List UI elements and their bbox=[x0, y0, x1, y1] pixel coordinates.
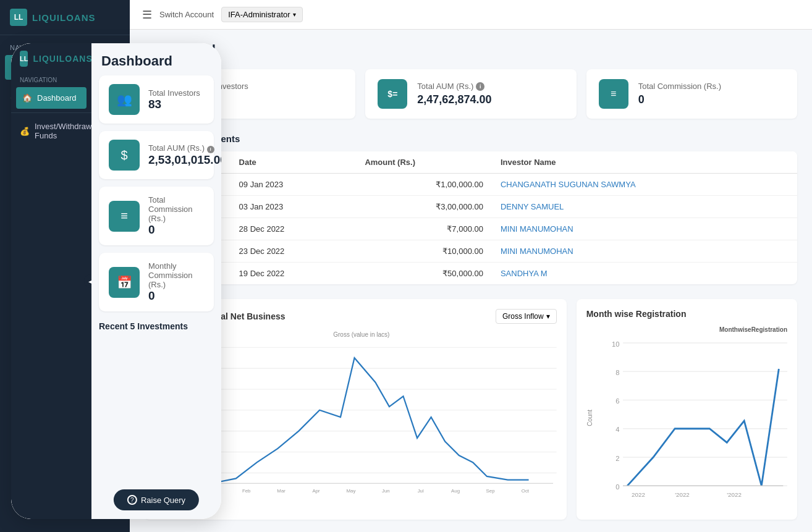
topbar: ☰ Switch Account IFA-Administrator ▾ bbox=[130, 0, 812, 30]
svg-text:May: May bbox=[346, 488, 355, 494]
mobile-recent-label: Recent 5 Investments bbox=[91, 319, 221, 336]
mobile-stat-label-0: Total Investors bbox=[148, 88, 200, 98]
gross-inflow-dropdown[interactable]: Gross Inflow ▾ bbox=[496, 309, 557, 324]
stat-card-commission: ≡ Total Commission (Rs.) 0 bbox=[586, 69, 797, 119]
aum-label: Total AUM (Rs.) i bbox=[417, 82, 491, 91]
raise-query-icon: ? bbox=[127, 495, 137, 505]
sidebar-logo: LL LIQUILOANS bbox=[0, 0, 130, 35]
table-row: 2 03 Jan 2023 ₹3,00,000.00 DENNY SAMUEL bbox=[145, 196, 797, 218]
mobile-stat-label-2: Total Commission (Rs.) bbox=[148, 195, 204, 223]
mobile-invest-icon: 💰 bbox=[20, 127, 30, 136]
svg-text:Jun: Jun bbox=[382, 488, 390, 494]
aum-info-icon[interactable]: i bbox=[476, 82, 484, 91]
cell-date: 23 Dec 2022 bbox=[230, 240, 357, 263]
cell-investor[interactable]: MINI MANUMOHAN bbox=[492, 240, 797, 263]
account-chevron-icon: ▾ bbox=[293, 11, 296, 18]
svg-text:2: 2 bbox=[615, 455, 619, 462]
cell-investor[interactable]: CHANGANATH SUGUNAN SAWMYA bbox=[492, 174, 797, 196]
mobile-stat-label-1: Total AUM (Rs.) i bbox=[148, 143, 221, 153]
gross-x-axis-label: Gross (value in lacs) bbox=[166, 331, 557, 338]
mobile-page-title: Dashboard bbox=[91, 43, 221, 75]
svg-text:'2022: '2022 bbox=[727, 491, 742, 498]
stat-card-aum: $= Total AUM (Rs.) i 2,47,62,874.00 bbox=[365, 69, 576, 119]
mobile-stat-icon-1: $ bbox=[109, 140, 140, 171]
charts-row: Gross Withdrawal Net Business Gross Infl… bbox=[145, 299, 797, 520]
mobile-stat-value-3: 0 bbox=[148, 289, 204, 303]
recent-investments-title: Recent 5 Investments bbox=[145, 133, 797, 144]
monthwise-chart-header: Month wise Registration bbox=[586, 309, 787, 319]
cell-amount: ₹50,000.00 bbox=[356, 263, 492, 285]
mobile-stat-card: 📅 Monthly Commission (Rs.) 0 bbox=[99, 253, 214, 311]
mobile-dash-label: Dashboard bbox=[37, 93, 77, 103]
mobile-stat-value-0: 83 bbox=[148, 98, 200, 111]
svg-text:4: 4 bbox=[615, 426, 619, 433]
cell-amount: ₹7,000.00 bbox=[356, 218, 492, 240]
svg-text:Jul: Jul bbox=[418, 488, 424, 494]
commission-icon: ≡ bbox=[599, 79, 628, 109]
mobile-stats-container: 👥 Total Investors 83 $ Total AUM (Rs.) i… bbox=[91, 75, 221, 311]
mobile-stat-icon-0: 👥 bbox=[109, 84, 140, 115]
logo-icon: LL bbox=[10, 9, 27, 26]
mobile-stat-value-2: 0 bbox=[148, 223, 204, 237]
svg-text:10: 10 bbox=[612, 340, 619, 348]
account-name: IFA-Administrator bbox=[228, 10, 290, 19]
mobile-stat-card: ≡ Total Commission (Rs.) 0 bbox=[99, 187, 214, 245]
mobile-logo: LL LIQUILOANS bbox=[11, 43, 91, 72]
cell-date: 03 Jan 2023 bbox=[230, 196, 357, 218]
table-row: 4 23 Dec 2022 ₹10,000.00 MINI MANUMOHAN bbox=[145, 240, 797, 263]
mobile-nav-label: Navigation bbox=[11, 72, 91, 86]
account-selector[interactable]: IFA-Administrator ▾ bbox=[221, 7, 302, 22]
table-row: 3 28 Dec 2022 ₹7,000.00 MINI MANUMOHAN bbox=[145, 218, 797, 240]
mobile-stat-card: $ Total AUM (Rs.) i 2,53,01,015.00 bbox=[99, 131, 214, 179]
mobile-stat-icon-2: ≡ bbox=[109, 201, 140, 232]
svg-text:Feb: Feb bbox=[242, 488, 251, 494]
cell-date: 28 Dec 2022 bbox=[230, 218, 357, 240]
investments-table: Sr. No. Date Amount (Rs.) Investor Name … bbox=[145, 151, 797, 284]
col-investor: Investor Name bbox=[492, 151, 797, 174]
svg-text:2022: 2022 bbox=[632, 491, 645, 498]
cell-investor[interactable]: MINI MANUMOHAN bbox=[492, 218, 797, 240]
col-date: Date bbox=[230, 151, 357, 174]
gross-inflow-label: Gross Inflow bbox=[502, 312, 544, 321]
monthwise-y-label: Count bbox=[586, 410, 593, 426]
cell-amount: ₹10,000.00 bbox=[356, 240, 492, 263]
aum-value: 2,47,62,874.00 bbox=[417, 93, 491, 106]
mobile-stat-value-1: 2,53,01,015.00 bbox=[148, 153, 221, 167]
monthwise-chart-title: Month wise Registration bbox=[586, 309, 687, 319]
raise-query-label: Raise Query bbox=[141, 496, 185, 505]
commission-value: 0 bbox=[638, 93, 721, 106]
switch-account-label: Switch Account bbox=[159, 10, 214, 19]
svg-text:8: 8 bbox=[615, 369, 619, 376]
stat-cards-row: 👥 Total Investors 79 $= Total AUM (Rs.) … bbox=[145, 69, 797, 119]
svg-text:Mar: Mar bbox=[277, 488, 285, 494]
cell-investor[interactable]: SANDHYA M bbox=[492, 263, 797, 285]
svg-text:Oct: Oct bbox=[522, 488, 530, 494]
cell-amount: ₹3,00,000.00 bbox=[356, 196, 492, 218]
cell-investor[interactable]: DENNY SAMUEL bbox=[492, 196, 797, 218]
logo-text: LIQUILOANS bbox=[32, 12, 96, 23]
mobile-stat-card: 👥 Total Investors 83 bbox=[99, 75, 214, 124]
mobile-invest-label: Invest/Withdraw Funds bbox=[35, 122, 91, 140]
svg-text:6: 6 bbox=[615, 397, 619, 405]
monthwise-chart-svg: 10 8 6 4 2 0 2022 bbox=[597, 334, 787, 507]
cell-date: 19 Dec 2022 bbox=[230, 263, 357, 285]
svg-text:Sep: Sep bbox=[486, 488, 496, 494]
svg-text:Apr: Apr bbox=[312, 488, 320, 494]
page-title: Dashboard bbox=[145, 42, 797, 58]
mobile-main: Dashboard 👥 Total Investors 83 $ Total A… bbox=[91, 43, 221, 519]
raise-query-button[interactable]: ? Raise Query bbox=[114, 489, 199, 510]
monthwise-chart-card: Month wise Registration Count MonthwiseR… bbox=[577, 299, 797, 520]
monthwise-series-label: MonthwiseRegistration bbox=[597, 326, 787, 333]
mobile-stat-icon-3: 📅 bbox=[109, 267, 140, 298]
mobile-dash-icon: 🏠 bbox=[22, 93, 32, 103]
commission-info: Total Commission (Rs.) 0 bbox=[638, 82, 721, 106]
mobile-nav-dashboard[interactable]: 🏠 Dashboard bbox=[16, 87, 87, 109]
main-scrollable: Dashboard 👥 Total Investors 79 $= Total … bbox=[130, 30, 812, 532]
commission-label: Total Commission (Rs.) bbox=[638, 82, 721, 91]
svg-text:0: 0 bbox=[615, 483, 619, 491]
mobile-nav-invest[interactable]: 💰 Invest/Withdraw Funds ◀ bbox=[11, 116, 91, 146]
table-row: 1 09 Jan 2023 ₹1,00,000.00 CHANGANATH SU… bbox=[145, 174, 797, 196]
mobile-logo-text: LIQUILOANS bbox=[33, 54, 92, 64]
hamburger-icon[interactable]: ☰ bbox=[142, 8, 152, 22]
cell-date: 09 Jan 2023 bbox=[230, 174, 357, 196]
